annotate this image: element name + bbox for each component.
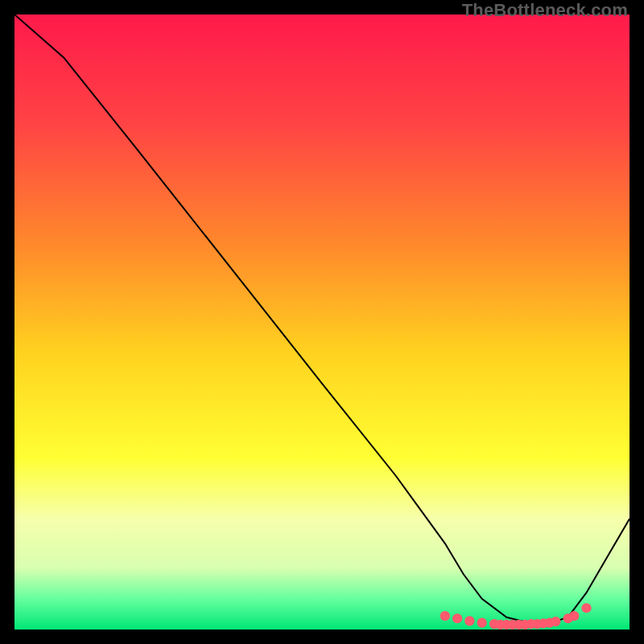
marker-bottom-markers: [440, 611, 450, 621]
marker-bottom-markers: [581, 603, 591, 613]
chart-frame: TheBottleneck.com: [0, 0, 644, 644]
chart-background: [14, 14, 630, 630]
marker-bottom-markers: [477, 617, 487, 627]
marker-bottom-markers: [551, 617, 560, 626]
marker-bottom-markers: [569, 611, 579, 621]
watermark-text: TheBottleneck.com: [462, 0, 628, 21]
marker-bottom-markers: [464, 616, 474, 625]
marker-bottom-markers: [452, 613, 462, 623]
chart-plot: [14, 14, 630, 630]
